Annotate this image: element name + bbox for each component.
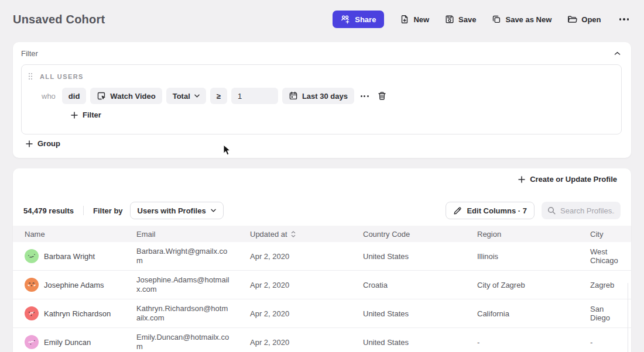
aggregate-chip[interactable]: Total xyxy=(166,88,206,104)
avatar xyxy=(25,335,39,349)
share-button[interactable]: Share xyxy=(333,11,384,28)
filter-by-dropdown[interactable]: Users with Profiles xyxy=(130,202,224,219)
operator-chip[interactable]: ≥ xyxy=(210,88,227,104)
save-button-label: Save xyxy=(458,15,476,24)
profile-country: United States xyxy=(363,252,477,261)
new-button-label: New xyxy=(413,15,429,24)
group-label: ALL USERS xyxy=(40,73,84,80)
edit-columns-button[interactable]: Edit Columns · 7 xyxy=(446,202,535,219)
column-header-updated-at[interactable]: Updated at xyxy=(250,230,363,239)
drag-handle-icon[interactable] xyxy=(28,73,33,80)
profile-city: San Diego xyxy=(590,305,631,322)
column-header-name[interactable]: Name xyxy=(25,230,136,239)
operator-chip-label: ≥ xyxy=(217,92,221,101)
avatar xyxy=(25,249,39,263)
profile-name-cell: Kathryn Richardson xyxy=(25,306,136,320)
profile-updated-at: Apr 2, 2020 xyxy=(250,252,363,261)
table-row[interactable]: Emily Duncan Emily.Duncan@hotmailx.com A… xyxy=(13,328,631,352)
create-or-update-profile-label: Create or Update Profile xyxy=(530,175,617,184)
date-range-chip[interactable]: Last 30 days xyxy=(282,88,354,104)
search-icon xyxy=(547,206,556,215)
pencil-icon xyxy=(453,206,462,215)
filter-panel-title: Filter xyxy=(21,49,38,58)
table-row[interactable]: Barbara Wright Barbara.Wright@gmailx.com… xyxy=(13,242,631,271)
search-profiles-box xyxy=(542,202,621,219)
profiles-table: Name Email Updated at Country Code Regio… xyxy=(13,226,631,352)
profile-country: United States xyxy=(363,338,477,347)
who-label: who xyxy=(42,92,56,101)
filter-more-button[interactable] xyxy=(358,93,371,99)
profile-email: Emily.Duncan@hotmailx.com xyxy=(136,333,241,352)
profile-updated-at: Apr 2, 2020 xyxy=(250,338,363,347)
did-chip[interactable]: did xyxy=(62,88,87,104)
column-header-region[interactable]: Region xyxy=(477,230,590,239)
profile-name: Josephine Adams xyxy=(44,281,104,289)
did-chip-label: did xyxy=(68,92,80,101)
save-as-new-button[interactable]: Save as New xyxy=(492,15,551,24)
event-chip[interactable]: Watch Video xyxy=(90,88,162,104)
aggregate-chip-label: Total xyxy=(173,92,190,101)
add-filter-button[interactable]: Filter xyxy=(71,111,101,119)
profile-name-cell: Josephine Adams xyxy=(25,278,136,292)
add-group-button[interactable]: Group xyxy=(26,139,60,148)
avatar xyxy=(25,306,39,320)
more-actions-button[interactable] xyxy=(617,16,632,23)
table-row[interactable]: Josephine Adams Josephine.Adams@hotmailx… xyxy=(13,271,631,299)
cohort-group-header: ALL USERS xyxy=(22,65,621,80)
plus-icon xyxy=(26,140,33,147)
profile-region: Illinois xyxy=(477,252,590,261)
profile-region: City of Zagreb xyxy=(477,281,590,289)
chevron-up-icon xyxy=(614,51,621,56)
threshold-input[interactable] xyxy=(231,88,278,104)
open-button[interactable]: Open xyxy=(567,15,601,24)
profile-country: United States xyxy=(363,309,477,318)
page-title: Unsaved Cohort xyxy=(13,13,105,26)
ellipsis-icon xyxy=(361,95,369,97)
collapse-filter-button[interactable] xyxy=(613,50,622,57)
profiles-panel: Create or Update Profile 54,479 results … xyxy=(13,168,631,352)
save-button[interactable]: Save xyxy=(445,15,476,24)
plus-icon xyxy=(71,112,78,119)
delete-filter-button[interactable] xyxy=(375,89,389,103)
filter-row: who did Watch Video Total xyxy=(42,88,621,104)
profile-name: Kathryn Richardson xyxy=(44,309,111,318)
profile-city: - xyxy=(590,338,631,347)
profile-name-cell: Barbara Wright xyxy=(25,249,136,263)
chevron-down-icon xyxy=(194,94,200,98)
add-filter-label: Filter xyxy=(83,111,101,119)
calendar-icon xyxy=(289,91,298,101)
new-button[interactable]: New xyxy=(400,15,429,24)
create-or-update-profile-button[interactable]: Create or Update Profile xyxy=(518,175,617,184)
profile-name: Barbara Wright xyxy=(44,252,95,261)
profile-city: West Chicago xyxy=(590,247,631,265)
plus-icon xyxy=(518,176,525,183)
folder-icon xyxy=(567,15,577,24)
profile-email: Kathryn.Richardson@hotmailx.com xyxy=(136,304,241,323)
profile-updated-at: Apr 2, 2020 xyxy=(250,281,363,289)
cohort-group: ALL USERS who did Watch Video Total xyxy=(21,64,622,134)
event-chip-label: Watch Video xyxy=(110,92,155,101)
sort-updown-icon xyxy=(291,231,296,237)
profile-region: California xyxy=(477,309,590,318)
trash-icon xyxy=(378,91,386,101)
ellipsis-icon xyxy=(619,18,629,20)
filter-by-value: Users with Profiles xyxy=(138,206,206,215)
search-profiles-input[interactable] xyxy=(560,206,615,215)
open-button-label: Open xyxy=(581,15,601,24)
filter-by-label: Filter by xyxy=(93,206,123,215)
save-disk-icon xyxy=(445,15,454,24)
profile-country: Croatia xyxy=(363,281,477,289)
profile-email: Barbara.Wright@gmailx.com xyxy=(136,247,241,266)
profile-name-cell: Emily Duncan xyxy=(25,335,136,349)
table-header-row: Name Email Updated at Country Code Regio… xyxy=(13,226,631,242)
column-header-city[interactable]: City xyxy=(590,230,631,239)
header-actions: Share New Save xyxy=(333,11,631,28)
chevron-down-icon xyxy=(211,209,216,212)
column-boundary xyxy=(628,283,628,352)
column-header-email[interactable]: Email xyxy=(136,230,250,239)
table-row[interactable]: Kathryn Richardson Kathryn.Richardson@ho… xyxy=(13,299,631,328)
column-header-country-code[interactable]: Country Code xyxy=(363,230,477,239)
avatar xyxy=(25,278,39,292)
copy-icon xyxy=(492,15,501,24)
file-plus-icon xyxy=(400,15,409,24)
